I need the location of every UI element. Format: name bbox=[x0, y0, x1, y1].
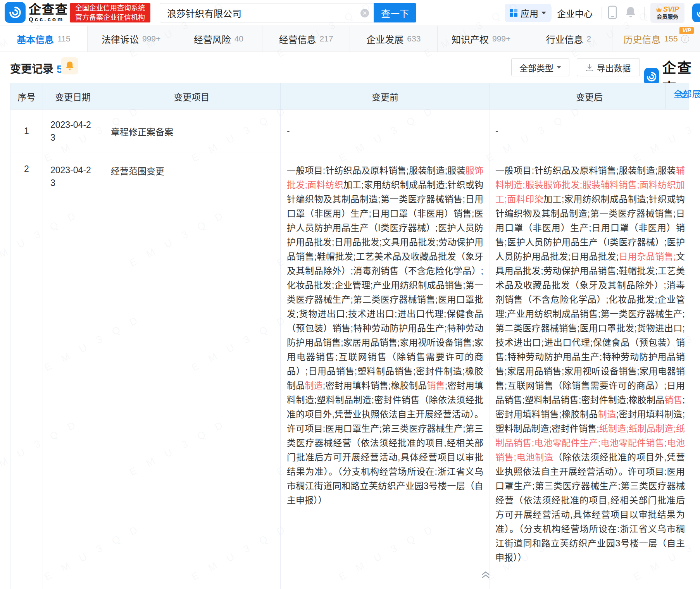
col-header-date: 变更日期 bbox=[43, 83, 103, 109]
divider bbox=[552, 7, 552, 19]
logo-domain: Qcc.com bbox=[29, 16, 68, 22]
type-filter-dropdown[interactable]: 全部类型 bbox=[511, 58, 569, 76]
enterprise-center-link[interactable]: 企业中心 bbox=[557, 7, 593, 20]
qcc-logo[interactable]: 企查查 Qcc.com bbox=[5, 2, 68, 23]
before-value: 一般项目:针纺织品及原料销售;服装制造;服装服饰批发;面料纺织加工;家用纺织制成… bbox=[281, 153, 490, 508]
notification-bell-icon[interactable] bbox=[625, 6, 636, 20]
col-header-after: 变更后 bbox=[490, 83, 689, 109]
col-header-no: 序号 bbox=[10, 83, 43, 109]
table-header-row: 序号 变更日期 变更项目 变更前 变更后 bbox=[10, 83, 689, 109]
tab-company-development[interactable]: 企业发展633 bbox=[350, 26, 438, 52]
change-date: 2023-04-23 bbox=[50, 119, 95, 144]
row-no: 2 bbox=[10, 153, 43, 589]
section-title: 变更记录58 bbox=[10, 60, 69, 76]
subscribe-bell-button[interactable] bbox=[61, 57, 78, 74]
search-input[interactable]: 浪莎针织有限公司 bbox=[160, 6, 241, 20]
tab-industry-info[interactable]: 行业信息2 bbox=[525, 26, 613, 52]
change-records-table: 序号 变更日期 变更项目 变更前 变更后 1 2023-04-23 章程修正案备… bbox=[10, 83, 689, 589]
search-bar: 浪莎针织有限公司 ✕ 查一下 bbox=[160, 3, 416, 22]
divider bbox=[644, 7, 645, 19]
bell-icon bbox=[65, 61, 74, 71]
mobile-app-icon[interactable] bbox=[608, 5, 617, 22]
clear-search-icon[interactable]: ✕ bbox=[360, 9, 369, 17]
company-tab-bar: 基本信息115 法律诉讼999+ 经营风险40 经营信息217 企业发展633 … bbox=[0, 26, 700, 52]
row-no: 1 bbox=[10, 110, 43, 153]
after-value: - bbox=[495, 124, 498, 138]
expand-all-column: 全部展开 bbox=[665, 83, 689, 109]
after-value: 一般项目:针纺织品及原料销售;服装制造;服装辅料制造;服装服饰批发;服装辅料销售… bbox=[490, 153, 689, 565]
tab-history-info[interactable]: VIP 历史信息155 i bbox=[612, 26, 700, 52]
chevron-down-icon bbox=[557, 66, 561, 69]
info-icon[interactable]: i bbox=[681, 35, 689, 43]
collapse-row-double-chevron-up-icon[interactable] bbox=[481, 570, 491, 579]
tab-operation-info[interactable]: 经营信息217 bbox=[262, 26, 350, 52]
col-header-item: 变更项目 bbox=[103, 83, 281, 109]
export-data-button[interactable]: 导出数据 bbox=[577, 58, 640, 76]
search-input-box[interactable]: 浪莎针织有限公司 ✕ bbox=[160, 3, 374, 22]
apps-label: 应用 bbox=[521, 6, 538, 19]
svip-label: SVIP bbox=[663, 5, 679, 13]
divider bbox=[602, 7, 602, 19]
svip-sublabel: 会员服务 bbox=[657, 13, 678, 20]
download-icon bbox=[586, 63, 593, 72]
change-item: 章程修正案备案 bbox=[103, 110, 281, 153]
table-row: 2 2023-04-23 经营范围变更 一般项目:针纺织品及原料销售;服装制造;… bbox=[10, 153, 689, 589]
change-date: 2023-04-23 bbox=[50, 164, 95, 589]
gov-credit-badge: 全国企业信用查询系统 官方备案企业征信机构 bbox=[70, 3, 150, 22]
chevron-down-icon bbox=[541, 12, 546, 14]
before-value: - bbox=[287, 124, 290, 138]
qcc-float-logo-icon[interactable] bbox=[692, 3, 700, 22]
logo-title: 企查查 bbox=[29, 3, 68, 16]
tab-legal-litigation[interactable]: 法律诉讼999+ bbox=[88, 26, 175, 52]
double-chevron-down-icon[interactable] bbox=[678, 90, 688, 100]
tab-basic-info[interactable]: 基本信息115 bbox=[0, 26, 88, 52]
apps-grid-icon bbox=[510, 9, 517, 17]
crown-icon bbox=[656, 7, 662, 12]
table-row: 1 2023-04-23 章程修正案备案 - - bbox=[10, 109, 689, 153]
gov-badge-line2: 官方备案企业征信机构 bbox=[70, 13, 150, 22]
qcc-logo-icon bbox=[5, 2, 26, 23]
tab-intellectual-property[interactable]: 知识产权999+ bbox=[438, 26, 525, 52]
tab-operation-risk[interactable]: 经营风险40 bbox=[175, 26, 263, 52]
search-button[interactable]: 查一下 bbox=[374, 3, 416, 22]
change-item: 经营范围变更 bbox=[103, 153, 281, 589]
apps-menu[interactable]: 应用 bbox=[505, 4, 551, 22]
top-header: 企查查 Qcc.com 全国企业信用查询系统 官方备案企业征信机构 浪莎针织有限… bbox=[0, 0, 700, 26]
gov-badge-line1: 全国企业信用查询系统 bbox=[70, 3, 150, 13]
col-header-before: 变更前 bbox=[281, 83, 490, 109]
vip-tag: VIP bbox=[679, 27, 694, 34]
svip-membership-badge[interactable]: SVIP 会员服务 bbox=[650, 3, 684, 23]
